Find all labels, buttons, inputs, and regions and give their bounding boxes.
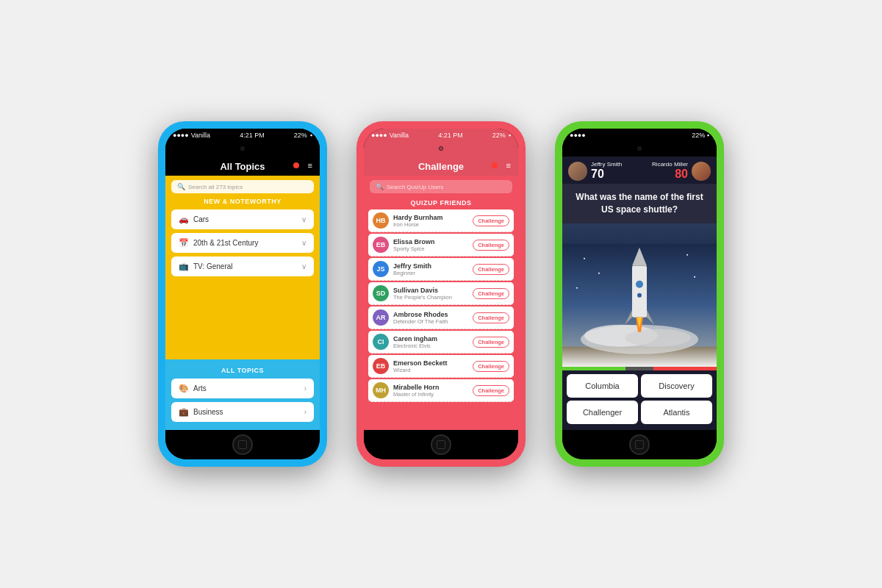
menu-icon-1[interactable]: ≡ xyxy=(308,161,312,170)
home-button-2[interactable] xyxy=(431,434,451,455)
friend-item[interactable]: EB Emerson Beckett Wizard Challenge xyxy=(368,355,514,378)
tv-label: TV: General xyxy=(193,262,233,270)
p1-title: All Topics xyxy=(220,161,265,172)
menu-icon-2[interactable]: ≡ xyxy=(506,161,511,170)
arts-icon: 🎨 xyxy=(179,384,189,393)
p2-title: Challenge xyxy=(418,161,464,172)
status-bar-2: ●●●● Vanilla 4:21 PM 22% ▪ xyxy=(364,129,518,140)
answer-discovery[interactable]: Discovery xyxy=(641,374,712,398)
challenge-button[interactable]: Challenge xyxy=(473,385,509,396)
answers-grid: Columbia Discovery Challenger Atlantis xyxy=(562,370,717,430)
player1: Jeffry Smith 70 xyxy=(568,161,622,181)
front-camera-3 xyxy=(637,146,642,151)
p1-app-header: All Topics ≡ xyxy=(165,157,320,176)
avatar: AR xyxy=(373,309,389,326)
friends-label: QUIZUP FRIENDS xyxy=(364,199,518,207)
blue-section: ALL TOPICS 🎨 Arts › 💼 Business › xyxy=(165,359,320,430)
friend-item[interactable]: SD Sullivan Davis The People's Champion … xyxy=(368,282,514,305)
search-bar-2[interactable]: 🔍 Search QuizUp Users xyxy=(370,180,512,193)
avatar: JS xyxy=(373,261,389,277)
search-icon-2: 🔍 xyxy=(376,183,384,190)
search-bar-1[interactable]: 🔍 Search all 273 topics xyxy=(171,180,314,193)
phone-3: ●●●● 22% ▪ Jeff xyxy=(555,121,724,467)
challenge-button[interactable]: Challenge xyxy=(473,337,509,348)
home-button-1[interactable] xyxy=(232,434,253,455)
status-bar-3: ●●●● 22% ▪ xyxy=(562,129,717,140)
topic-cars[interactable]: 🚗 Cars ∨ xyxy=(171,209,314,229)
svg-point-13 xyxy=(686,254,688,255)
notification-dot-2 xyxy=(492,162,498,168)
player2-score: 80 xyxy=(652,168,688,181)
business-icon: 💼 xyxy=(179,407,189,417)
cars-chevron: ∨ xyxy=(301,215,306,223)
answer-challenger[interactable]: Challenger xyxy=(567,401,638,424)
phone-2: ●●●● Vanilla 4:21 PM 22% ▪ Challenge ≡ xyxy=(356,121,526,467)
home-area-1 xyxy=(165,430,320,459)
question-box: What was the name of the first US space … xyxy=(562,184,717,223)
friend-item[interactable]: JS Jeffry Smith Beginner Challenge xyxy=(368,258,514,281)
notification-dot-1 xyxy=(293,162,299,168)
avatar: HB xyxy=(373,212,389,229)
challenge-button[interactable]: Challenge xyxy=(473,240,509,251)
phone-top-area-3 xyxy=(562,140,717,157)
new-noteworthy-label: NEW & NOTEWORTHY xyxy=(171,198,314,205)
challenge-button[interactable]: Challenge xyxy=(473,264,509,275)
friend-item[interactable]: AR Ambrose Rhodes Defender Of The Faith … xyxy=(368,306,514,329)
avatar: CI xyxy=(373,334,389,350)
player1-avatar xyxy=(568,162,587,181)
friend-item[interactable]: EB Elissa Brown Sporty Spice Challenge xyxy=(368,234,514,257)
challenge-screen: 🔍 Search QuizUp Users QUIZUP FRIENDS HB … xyxy=(364,176,518,430)
svg-point-9 xyxy=(637,293,642,297)
tv-icon: 📺 xyxy=(179,262,189,271)
century-label: 20th & 21st Century xyxy=(193,239,258,247)
cars-label: Cars xyxy=(193,215,209,223)
svg-point-3 xyxy=(625,329,691,346)
front-camera-1 xyxy=(240,146,245,151)
challenge-button[interactable]: Challenge xyxy=(473,215,509,226)
svg-point-8 xyxy=(636,280,643,287)
all-topics-label: ALL TOPICS xyxy=(171,367,314,374)
century-chevron: ∨ xyxy=(301,239,306,247)
friend-item[interactable]: CI Caren Ingham Electronic Elvis Challen… xyxy=(368,331,514,354)
phone-1: ●●●● Vanilla 4:21 PM 22% ▪ All Topics ≡ xyxy=(158,121,327,467)
challenge-button[interactable]: Challenge xyxy=(473,312,509,323)
player2-avatar xyxy=(692,162,711,181)
friend-item[interactable]: HB Hardy Burnham Iron Horse Challenge xyxy=(368,209,514,232)
front-camera-2 xyxy=(439,146,443,151)
svg-point-16 xyxy=(576,287,578,288)
search-icon-1: 🔍 xyxy=(177,183,185,190)
answer-atlantis[interactable]: Atlantis xyxy=(641,401,712,424)
phone-top-area-2 xyxy=(364,140,518,157)
friends-list: HB Hardy Burnham Iron Horse Challenge EB… xyxy=(364,209,518,430)
question-text: What was the name of the first US space … xyxy=(571,191,708,216)
home-button-3[interactable] xyxy=(629,434,650,455)
yellow-section: 🔍 Search all 273 topics NEW & NOTEWORTHY… xyxy=(165,176,320,359)
arts-chevron: › xyxy=(304,384,306,392)
player2: Ricardo Miller 80 xyxy=(652,161,711,181)
topic-20th-century[interactable]: 📅 20th & 21st Century ∨ xyxy=(171,233,314,253)
svg-point-15 xyxy=(694,276,695,277)
challenge-button[interactable]: Challenge xyxy=(473,361,509,372)
player1-score: 70 xyxy=(591,168,622,181)
p2-app-header: Challenge ≡ xyxy=(364,157,518,176)
phone-top-area-1 xyxy=(165,140,320,157)
players-row: Jeffry Smith 70 Ricardo Miller 80 xyxy=(562,157,717,184)
business-chevron: › xyxy=(304,408,306,416)
topic-tv-general[interactable]: 📺 TV: General ∨ xyxy=(171,257,314,276)
avatar: MH xyxy=(373,382,389,398)
topic-arts[interactable]: 🎨 Arts › xyxy=(171,379,314,398)
svg-point-14 xyxy=(598,272,600,273)
tv-chevron: ∨ xyxy=(301,262,306,270)
home-area-2 xyxy=(364,430,518,459)
friend-item[interactable]: MH Mirabelle Horn Master of Infinity Cha… xyxy=(368,379,514,402)
answer-columbia[interactable]: Columbia xyxy=(567,374,638,398)
avatar: SD xyxy=(373,285,389,301)
arts-label: Arts xyxy=(193,384,207,392)
cars-icon: 🚗 xyxy=(179,215,189,224)
avatar: EB xyxy=(373,358,389,374)
svg-point-12 xyxy=(584,257,585,259)
search-placeholder-1: Search all 273 topics xyxy=(188,184,243,190)
topic-business[interactable]: 💼 Business › xyxy=(171,402,314,422)
challenge-button[interactable]: Challenge xyxy=(473,288,509,299)
player2-name: Ricardo Miller xyxy=(652,161,688,168)
